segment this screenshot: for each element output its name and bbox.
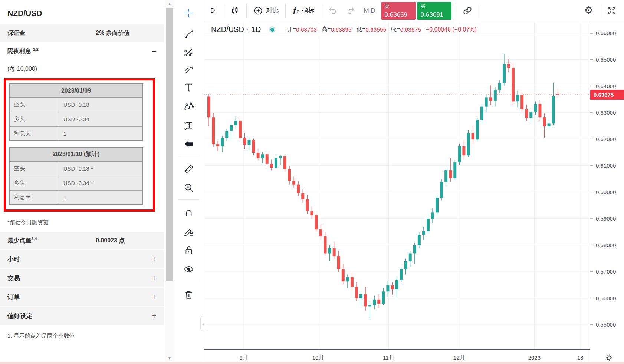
accordion-item-订单[interactable]: 订单+ — [0, 287, 164, 306]
toolbar-separator — [223, 4, 223, 18]
instrument-title: NZD/USD — [0, 0, 164, 24]
xabcd-pattern-tool-icon[interactable] — [181, 99, 196, 114]
gear-icon: ⚙ — [584, 6, 593, 16]
expand-plus-icon[interactable]: + — [152, 254, 157, 264]
chart-panel: D 对比 ƒx 指标 MID 卖 — [204, 0, 624, 364]
arrow-marker-tool-icon[interactable] — [181, 136, 196, 151]
ohlc-value: 0.63675 — [400, 26, 421, 33]
table-row: 多头USD -0.34 * — [9, 176, 143, 190]
scroll-down-icon[interactable]: ▼ — [165, 356, 174, 360]
row-value: 1 — [59, 190, 143, 205]
stay-in-drawing-mode-icon[interactable] — [181, 224, 196, 239]
measure-tool-icon[interactable] — [181, 162, 196, 176]
mid-price-mode-label[interactable]: MID — [364, 7, 375, 14]
overnight-rate-table: 2023/01/10 (预计)空头USD -0.18 *多头USD -0.34 … — [9, 147, 143, 205]
expand-plus-icon[interactable]: + — [152, 292, 157, 302]
chevron-left-icon: ‹ — [203, 321, 205, 327]
legend-symbol[interactable]: NZD/USD — [211, 25, 244, 34]
accordion-item-偏好设定[interactable]: 偏好设定+ — [0, 306, 164, 325]
sell-button[interactable]: 卖 0.63659 — [381, 2, 416, 20]
ohlc-key: 高= — [322, 26, 331, 33]
ohlc-key: 开= — [287, 26, 296, 33]
expand-plus-icon[interactable]: + — [152, 273, 157, 283]
overnight-label: 隔夜利息 1,2 — [7, 47, 39, 55]
table-row: 多头USD -0.34 — [9, 112, 143, 126]
lock-drawings-icon[interactable] — [181, 243, 196, 258]
price-tick-label: 0.58000 — [590, 242, 624, 248]
last-price-tag: 0.63675 — [590, 90, 624, 100]
toolbar-divider — [178, 155, 199, 155]
price-tick-label: 0.64000 — [590, 83, 624, 89]
collapse-sidebar-tab[interactable]: ‹ — [200, 316, 207, 331]
legend-interval[interactable]: 1D — [252, 25, 261, 34]
time-tick-label: 18 — [577, 354, 584, 361]
zoom-in-tool-icon[interactable] — [181, 181, 196, 195]
accordion-item-交易[interactable]: 交易+ — [0, 268, 164, 287]
text-tool-icon[interactable] — [181, 80, 196, 95]
remove-drawings-trash-icon[interactable] — [181, 287, 196, 302]
collapse-minus-icon[interactable]: − — [152, 47, 157, 56]
fullscreen-button[interactable] — [602, 1, 621, 20]
overnight-header[interactable]: 隔夜利息 1,2 − — [0, 42, 164, 60]
price-axis[interactable]: 0.660000.650000.640000.630000.620000.610… — [590, 21, 624, 364]
link-icon — [463, 6, 472, 16]
overnight-rate-table: 2023/01/09空头USD -0.18多头USD -0.34利息天1 — [9, 83, 143, 141]
ohlc-key: 收= — [391, 26, 400, 33]
spread-footnote: 1. 显示的点差是两个小数位 — [0, 325, 164, 347]
candlestick-style-icon — [230, 6, 240, 16]
margin-value: 2% 票面价值 — [96, 29, 130, 37]
row-value: USD -0.18 * — [59, 161, 143, 176]
buy-button[interactable]: 买 0.63691 — [417, 2, 451, 20]
fullscreen-icon — [607, 6, 617, 16]
price-tick-label: 0.62000 — [590, 136, 624, 142]
link-charts-button[interactable] — [458, 1, 477, 20]
projection-tool-icon[interactable] — [181, 118, 196, 133]
indicators-button[interactable]: ƒx 指标 — [288, 1, 319, 20]
sidebar-accordion: 小时+交易+订单+偏好设定+ — [0, 249, 164, 325]
hide-drawings-eye-icon[interactable] — [181, 262, 196, 277]
fx-icon: ƒx — [292, 6, 299, 15]
crosshair-tool-icon[interactable] — [181, 6, 196, 20]
chart-legend: NZD/USD · 1D 开=0.63703高=0.63895低=0.63595… — [211, 25, 477, 34]
toolbar-separator — [246, 4, 247, 18]
accordion-item-小时[interactable]: 小时+ — [0, 249, 164, 268]
margin-label: 保证金 — [7, 29, 25, 37]
ohlc-value: 0.63703 — [296, 26, 317, 33]
redo-button[interactable] — [342, 1, 360, 20]
toolbar-separator — [285, 4, 286, 18]
chart-style-button[interactable] — [226, 1, 244, 20]
price-plot[interactable]: NZD/USD · 1D 开=0.63703高=0.63895低=0.63595… — [204, 21, 590, 364]
scrollbar-thumb[interactable] — [166, 8, 173, 281]
sidebar-scrollbar[interactable]: ▲ ▼ — [165, 0, 174, 364]
chart-settings-button[interactable]: ⚙ — [580, 1, 598, 20]
ohlc-value: 0.63595 — [365, 26, 386, 33]
price-tick-label: 0.63000 — [590, 109, 624, 116]
undo-button[interactable] — [324, 1, 342, 20]
expand-plus-icon[interactable]: + — [152, 311, 157, 321]
row-value: USD -0.34 * — [59, 176, 143, 190]
toolbar-separator — [321, 4, 321, 18]
interval-button[interactable]: D — [204, 1, 221, 20]
margin-row: 保证金 2% 票面价值 — [0, 24, 164, 42]
market-status-dot[interactable] — [269, 26, 275, 33]
table-row: 空头USD -0.18 * — [9, 161, 143, 176]
ohlc-key: 低= — [357, 26, 366, 33]
table-row: 空头USD -0.18 — [9, 97, 143, 112]
magnet-tool-icon[interactable] — [181, 205, 196, 220]
time-tick-label: 12月 — [453, 354, 465, 361]
table-date-header: 2023/01/09 — [9, 84, 143, 97]
time-tick-label: 2023 — [528, 354, 541, 361]
compare-button[interactable]: 对比 — [249, 1, 283, 20]
accordion-label: 偏好设定 — [7, 312, 33, 320]
row-value: 1 — [59, 126, 143, 141]
accordion-label: 订单 — [7, 293, 20, 301]
scroll-up-icon[interactable]: ▲ — [165, 2, 174, 6]
min-spread-row: 最少点差3,4 0.00023 点 — [0, 231, 164, 249]
brush-tool-icon[interactable] — [181, 62, 196, 77]
price-tick-label: 0.65000 — [590, 56, 624, 63]
chart-body: NZD/USD · 1D 开=0.63703高=0.63895低=0.63595… — [204, 21, 624, 364]
trend-line-tool-icon[interactable] — [181, 26, 196, 41]
toolbar-divider — [178, 199, 199, 200]
gann-fib-tool-icon[interactable] — [181, 44, 196, 59]
candlestick-chart[interactable] — [204, 21, 590, 349]
